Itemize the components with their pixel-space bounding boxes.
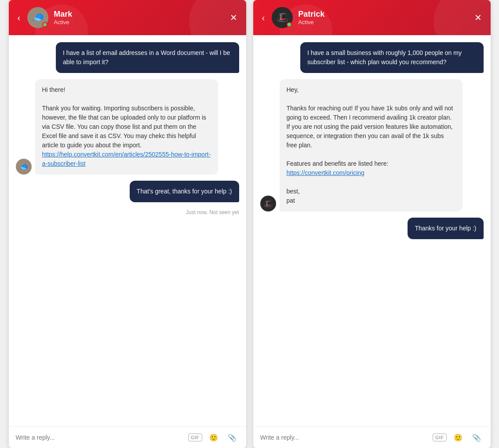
chat-header-mark: ‹ 🧢 Mark Active ✕ [9,0,246,35]
user-bubble-1: I have a list of email addresses in a Wo… [56,42,239,73]
attachment-button-mark[interactable]: 📎 [225,432,239,443]
avatar-wrap-patrick: 🎩 [272,7,293,28]
message-row-user-2: That's great, thanks for your help :) [16,181,239,202]
message-row-user-1: I have a list of email addresses in a Wo… [16,42,239,73]
header-name-mark: Mark [54,10,222,19]
agent-bubble-1: Hi there!Thank you for waiting. Importin… [35,79,219,175]
agent-link-1[interactable]: https://help.convertkit.com/en/articles/… [42,151,211,167]
back-button-patrick[interactable]: ‹ [260,11,267,25]
message-row-agent-p1: 🎩 Hey,Thanks for reaching out! If you ha… [260,79,484,211]
header-status-mark: Active [54,19,222,25]
input-actions-patrick: GIF 🙂 📎 [433,432,484,443]
emoji-button-mark[interactable]: 🙂 [207,432,221,443]
user-bubble-2: That's great, thanks for your help :) [130,181,239,202]
input-area-patrick: GIF 🙂 📎 [253,426,491,448]
attachment-button-patrick[interactable]: 📎 [470,432,484,443]
chat-header-patrick: ‹ 🎩 Patrick Active ✕ [253,0,491,35]
header-info-patrick: Patrick Active [298,10,467,25]
status-dot-mark [42,22,47,27]
user-bubble-p1: I have a small business with roughly 1,0… [300,42,484,73]
chat-input-patrick[interactable] [260,434,427,441]
user-bubble-p2: Thanks for your help :) [408,218,483,239]
gif-button-mark[interactable]: GIF [188,433,202,441]
status-dot-patrick [287,22,292,27]
avatar-wrap-mark: 🧢 [27,7,48,28]
message-row-user-p1: I have a small business with roughly 1,0… [260,42,484,73]
emoji-button-patrick[interactable]: 🙂 [451,432,465,443]
chat-window-mark: ‹ 🧢 Mark Active ✕ I have a list of email… [9,0,246,448]
agent-avatar-patrick: 🎩 [260,196,276,211]
agent-bubble-p1-text: Hey,Thanks for reaching out! If you have… [287,86,453,204]
header-status-patrick: Active [298,19,467,25]
message-timestamp: Just now. Not seen yet [16,209,239,215]
close-button-patrick[interactable]: ✕ [473,11,484,25]
agent-avatar-mark: 🧢 [16,159,32,175]
agent-bubble-1-text: Hi there!Thank you for waiting. Importin… [42,86,211,167]
close-button-mark[interactable]: ✕ [228,11,239,25]
messages-area-patrick: I have a small business with roughly 1,0… [253,35,491,426]
messages-area-mark: I have a list of email addresses in a Wo… [9,35,246,426]
header-name-patrick: Patrick [298,10,467,19]
chat-input-mark[interactable] [16,434,183,441]
input-actions-mark: GIF 🙂 📎 [188,432,239,443]
chat-window-patrick: ‹ 🎩 Patrick Active ✕ I have a small busi… [253,0,491,448]
message-row-agent-1: 🧢 Hi there!Thank you for waiting. Import… [16,79,239,175]
input-area-mark: GIF 🙂 📎 [9,426,246,448]
agent-link-p1[interactable]: https://convertkit.com/pricing [287,169,364,176]
gif-button-patrick[interactable]: GIF [433,433,447,441]
header-info-mark: Mark Active [54,10,222,25]
back-button-mark[interactable]: ‹ [16,11,22,25]
message-row-user-p2: Thanks for your help :) [260,218,484,239]
agent-bubble-p1: Hey,Thanks for reaching out! If you have… [280,79,463,211]
